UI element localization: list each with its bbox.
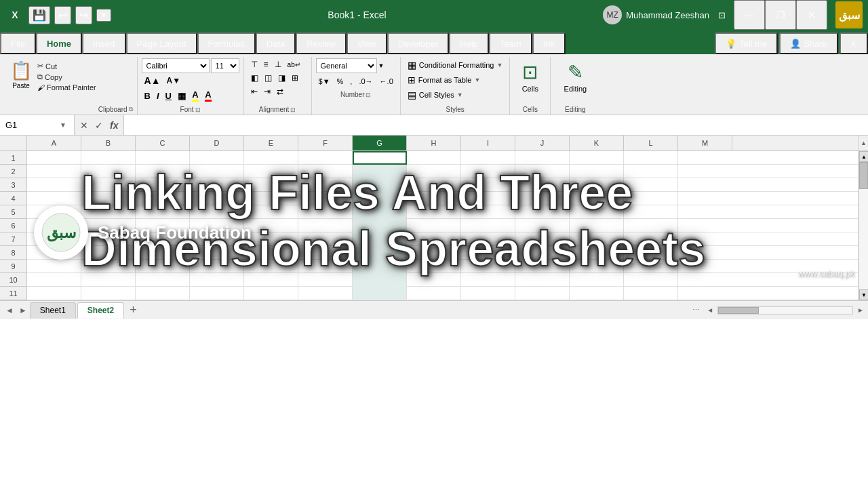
cell-b9[interactable] [81,260,136,273]
cell-c2[interactable] [136,165,190,178]
formula-input[interactable] [123,115,868,135]
paste-button[interactable]: 📋 Paste [7,58,35,92]
scroll-sheets-right-button[interactable]: ► [16,306,30,315]
minimize-button[interactable]: — [734,0,765,30]
cell-e2[interactable] [244,165,298,178]
cell-d9[interactable] [190,260,244,273]
save-button[interactable]: 💾 [28,6,50,24]
cell-i1[interactable] [461,151,515,165]
cell-k8[interactable] [570,246,624,260]
h-scroll-left-button[interactable]: ◄ [703,305,717,315]
sheet-tab-sheet2[interactable]: Sheet2 [77,302,124,319]
redo-button[interactable]: ↪ [75,6,92,24]
cell-c1[interactable] [136,151,190,165]
cell-h2[interactable] [407,165,461,178]
cut-button[interactable]: ✂Cut [35,61,98,71]
cell-d3[interactable] [190,178,244,192]
cell-a3[interactable] [27,178,81,192]
cell-a10[interactable] [27,273,81,287]
align-center-button[interactable]: ◫ [262,72,275,84]
col-header-a[interactable]: A [27,136,81,150]
cell-j9[interactable] [515,260,570,273]
cell-h4[interactable] [407,192,461,205]
cell-k2[interactable] [570,165,624,178]
cell-k5[interactable] [570,205,624,219]
cell-l6[interactable] [624,219,678,232]
cell-g3[interactable] [353,178,407,192]
cell-f5[interactable] [298,205,353,219]
cell-f10[interactable] [298,273,353,287]
cell-e9[interactable] [244,260,298,273]
cell-i10[interactable] [461,273,515,287]
cell-f11[interactable] [298,287,353,300]
font-color-button[interactable]: A [202,88,214,103]
cell-g5[interactable] [353,205,407,219]
col-header-m[interactable]: M [678,136,732,150]
tab-data[interactable]: Data [256,33,296,54]
cell-l9[interactable] [624,260,678,273]
cell-h7[interactable] [407,232,461,246]
cell-c9[interactable] [136,260,190,273]
cell-d4[interactable] [190,192,244,205]
font-size-select[interactable]: 11 12 14 [211,58,239,73]
cells-button[interactable]: ⊡ Cells [517,58,544,96]
cell-i6[interactable] [461,219,515,232]
cell-h9[interactable] [407,260,461,273]
cell-f4[interactable] [298,192,353,205]
cell-e11[interactable] [244,287,298,300]
cell-g10[interactable] [353,273,407,287]
name-box-dropdown[interactable]: ▼ [60,121,66,129]
cell-a9[interactable] [27,260,81,273]
customize-quick-access-button[interactable]: ▼ [96,9,111,22]
cell-b3[interactable] [81,178,136,192]
cell-a4[interactable] [27,192,81,205]
cell-d2[interactable] [190,165,244,178]
col-header-c[interactable]: C [136,136,190,150]
align-right-button[interactable]: ◨ [275,72,288,84]
scroll-up-arrow[interactable]: ▲ [859,151,868,162]
scrollbar-thumb[interactable] [859,162,868,189]
col-header-k[interactable]: K [570,136,624,150]
row-header-3[interactable]: 3 [0,178,26,192]
cell-j11[interactable] [515,287,570,300]
italic-button[interactable]: I [154,89,162,102]
restore-button[interactable]: ❐ [765,0,796,30]
align-left-button[interactable]: ◧ [248,72,261,84]
cell-k10[interactable] [570,273,624,287]
window-mode-button[interactable]: ⊡ [715,8,728,22]
cell-h1[interactable] [407,151,461,165]
cell-g6[interactable] [353,219,407,232]
cell-a11[interactable] [27,287,81,300]
cell-i11[interactable] [461,287,515,300]
cell-h3[interactable] [407,178,461,192]
cell-g8[interactable] [353,246,407,260]
close-button[interactable]: ✕ [796,0,827,30]
cell-c3[interactable] [136,178,190,192]
copy-button[interactable]: ⧉Copy [35,72,98,82]
increase-decimal-button[interactable]: .0→ [356,76,375,87]
text-direction-button[interactable]: ⇄ [274,85,286,98]
row-header-2[interactable]: 2 [0,165,26,178]
row-header-10[interactable]: 10 [0,273,26,287]
h-scroll-right-button[interactable]: ► [853,305,868,315]
currency-button[interactable]: $▼ [316,76,333,87]
cell-f3[interactable] [298,178,353,192]
confirm-formula-button[interactable]: ✓ [92,119,106,132]
tab-review[interactable]: Review [296,33,347,54]
cell-k9[interactable] [570,260,624,273]
row-header-8[interactable]: 8 [0,246,26,260]
tab-help[interactable]: Help [449,33,489,54]
cell-b1[interactable] [81,151,136,165]
cell-b2[interactable] [81,165,136,178]
cell-i9[interactable] [461,260,515,273]
cell-l2[interactable] [624,165,678,178]
cell-l3[interactable] [624,178,678,192]
sheet-options-button[interactable]: ⋯ [692,306,700,314]
collapse-ribbon-button[interactable]: ∧ [840,33,868,54]
corner-cell[interactable] [0,136,27,150]
cell-d10[interactable] [190,273,244,287]
cell-g4[interactable] [353,192,407,205]
row-header-5[interactable]: 5 [0,205,26,219]
decrease-decimal-button[interactable]: ←.0 [377,76,396,87]
col-header-i[interactable]: I [461,136,515,150]
